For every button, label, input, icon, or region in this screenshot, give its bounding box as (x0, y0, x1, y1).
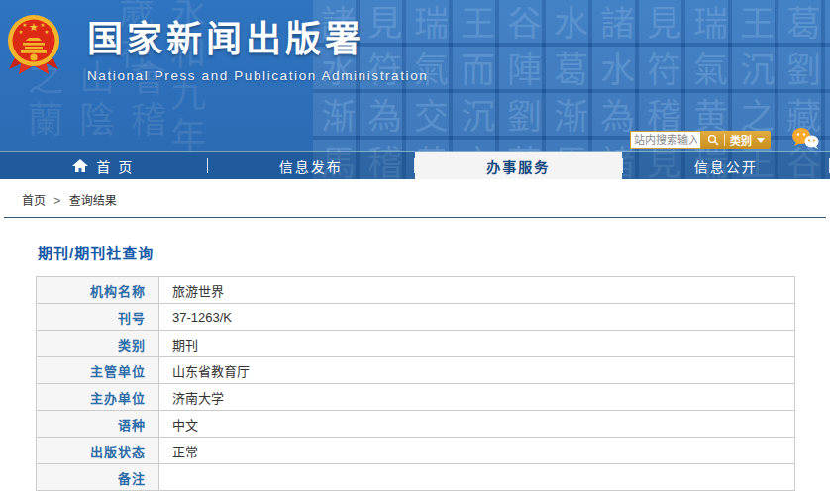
wechat-icon[interactable] (790, 127, 820, 152)
row-label: 备注 (37, 464, 159, 491)
button-divider (724, 134, 725, 146)
table-row: 刊号 37-1263/K (37, 304, 795, 331)
breadcrumb: 首页 > 查询结果 (0, 179, 830, 208)
site-search-input[interactable] (630, 131, 701, 149)
row-value: 正常 (159, 438, 795, 464)
site-brand: ★ ★ ★ ★ ★ 国家新闻出版署 National Press and Pub… (6, 10, 428, 83)
table-row: 机构名称 旅游世界 (37, 277, 795, 304)
row-label: 主管单位 (37, 357, 159, 384)
home-icon (72, 159, 88, 173)
row-value: 山东省教育厅 (159, 357, 795, 384)
row-value: 期刊 (159, 331, 795, 357)
svg-text:★: ★ (29, 21, 39, 33)
site-header: 諸見瑞王谷水諸見瑞王葛水符氣而陣葛水符氣沉劉渐為交沉劉渐為稽黄之藏馬稽黄之藏馬諸… (0, 0, 830, 179)
national-emblem-icon: ★ ★ ★ ★ ★ (6, 10, 61, 77)
table-row: 类别 期刊 (37, 331, 795, 357)
breadcrumb-rule (4, 217, 826, 218)
svg-text:★: ★ (45, 29, 50, 35)
category-dropdown-label[interactable]: 类别 (730, 132, 752, 148)
content-area: 首页 > 查询结果 期刊/期刊社查询 机构名称 旅游世界 刊号 37-1263/… (0, 179, 830, 504)
nav-item-info-release[interactable]: 信息发布 (208, 152, 415, 179)
row-label: 机构名称 (37, 277, 159, 304)
nav-item-label: 首 页 (96, 156, 134, 176)
page-title: 期刊/期刊社查询 (38, 242, 830, 262)
breadcrumb-current: 查询结果 (69, 194, 117, 208)
row-value (159, 464, 795, 491)
breadcrumb-separator: > (53, 194, 60, 208)
row-label: 类别 (37, 331, 159, 357)
site-titles: 国家新闻出版署 National Press and Publication A… (87, 10, 428, 83)
svg-text:★: ★ (23, 22, 28, 28)
search-bar: 类别 (630, 127, 820, 152)
search-icon[interactable] (707, 134, 719, 146)
search-category-button[interactable]: 类别 (701, 131, 771, 149)
row-label: 主办单位 (37, 384, 159, 411)
row-value: 济南大学 (159, 384, 795, 411)
table-row: 主办单位 济南大学 (37, 384, 795, 411)
table-row: 出版状态 正常 (37, 438, 795, 464)
site-subtitle: National Press and Publication Administr… (87, 68, 428, 83)
row-label: 刊号 (37, 304, 159, 331)
row-value: 中文 (159, 411, 795, 438)
nav-item-services[interactable]: 办事服务 (415, 152, 622, 179)
nav-item-home[interactable]: 首 页 (0, 152, 207, 179)
row-label: 语种 (37, 411, 159, 438)
page: 諸見瑞王谷水諸見瑞王葛水符氣而陣葛水符氣沉劉渐為交沉劉渐為稽黄之藏馬稽黄之藏馬諸… (0, 0, 830, 504)
table-row: 主管单位 山东省教育厅 (37, 357, 795, 384)
journal-info-table: 机构名称 旅游世界 刊号 37-1263/K 类别 期刊 主管单位 山东省教育厅… (36, 276, 795, 491)
chevron-down-icon[interactable] (757, 138, 765, 143)
row-value: 旅游世界 (159, 277, 795, 304)
breadcrumb-home-link[interactable]: 首页 (22, 194, 46, 208)
row-label: 出版状态 (37, 438, 159, 464)
main-nav: 首 页 信息发布 办事服务 信息公开 (0, 151, 830, 179)
site-title: 国家新闻出版署 (87, 10, 428, 61)
table-row: 语种 中文 (37, 411, 795, 438)
row-value: 37-1263/K (159, 304, 795, 331)
nav-item-info-disclosure[interactable]: 信息公开 (623, 152, 830, 179)
table-row: 备注 (37, 464, 795, 491)
svg-text:★: ★ (41, 22, 46, 28)
svg-text:★: ★ (19, 29, 24, 35)
